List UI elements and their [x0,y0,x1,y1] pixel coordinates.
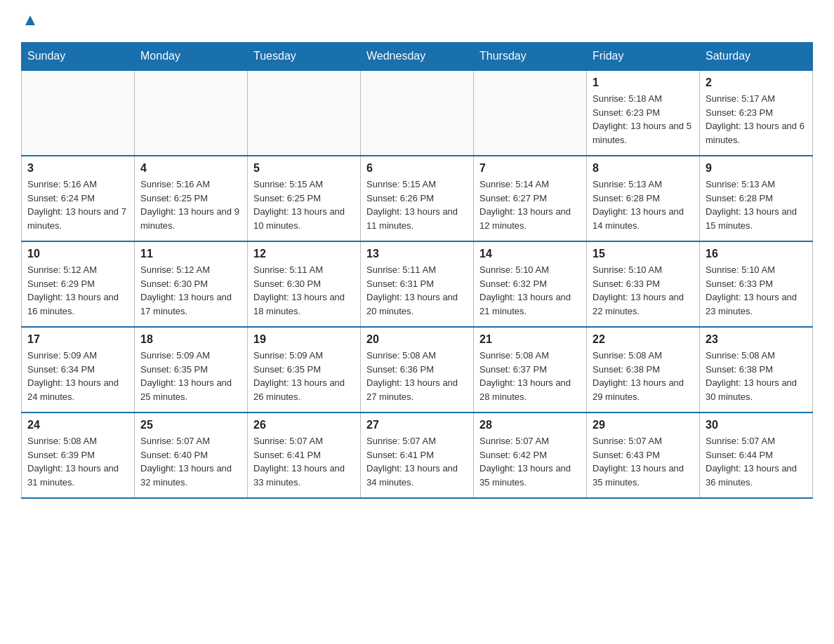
calendar-cell: 12Sunrise: 5:11 AMSunset: 6:30 PMDayligh… [248,241,361,327]
day-info: Sunrise: 5:14 AMSunset: 6:27 PMDaylight:… [479,177,581,232]
day-number: 24 [27,419,128,431]
calendar-cell: 28Sunrise: 5:07 AMSunset: 6:42 PMDayligh… [474,412,587,498]
day-number: 20 [366,333,468,346]
day-info: Sunrise: 5:17 AMSunset: 6:23 PMDaylight:… [706,92,807,147]
day-info: Sunrise: 5:11 AMSunset: 6:31 PMDaylight:… [366,263,468,318]
day-number: 2 [706,76,807,89]
day-number: 6 [366,162,468,175]
calendar-week-row: 3Sunrise: 5:16 AMSunset: 6:24 PMDaylight… [22,156,813,241]
day-number: 1 [593,76,694,89]
day-number: 8 [593,162,694,175]
calendar-cell [474,70,587,156]
calendar-cell: 15Sunrise: 5:10 AMSunset: 6:33 PMDayligh… [587,241,700,327]
calendar-cell: 29Sunrise: 5:07 AMSunset: 6:43 PMDayligh… [587,412,700,498]
calendar-week-row: 24Sunrise: 5:08 AMSunset: 6:39 PMDayligh… [22,412,813,498]
day-info: Sunrise: 5:12 AMSunset: 6:30 PMDaylight:… [140,263,241,318]
calendar-cell: 21Sunrise: 5:08 AMSunset: 6:37 PMDayligh… [474,327,587,412]
day-info: Sunrise: 5:11 AMSunset: 6:30 PMDaylight:… [253,263,355,318]
day-info: Sunrise: 5:09 AMSunset: 6:35 PMDaylight:… [253,349,355,403]
day-number: 28 [479,419,581,431]
calendar-cell [135,70,248,156]
weekday-header-thursday: Thursday [474,43,587,71]
calendar-cell: 2Sunrise: 5:17 AMSunset: 6:23 PMDaylight… [700,70,813,156]
day-info: Sunrise: 5:08 AMSunset: 6:38 PMDaylight:… [593,349,694,403]
day-number: 21 [479,333,581,346]
calendar-cell: 14Sunrise: 5:10 AMSunset: 6:32 PMDayligh… [474,241,587,327]
day-number: 10 [27,248,128,260]
calendar-cell [361,70,474,156]
calendar-table: SundayMondayTuesdayWednesdayThursdayFrid… [21,42,813,499]
day-info: Sunrise: 5:07 AMSunset: 6:41 PMDaylight:… [253,434,355,489]
calendar-week-row: 17Sunrise: 5:09 AMSunset: 6:34 PMDayligh… [22,327,813,412]
calendar-cell: 19Sunrise: 5:09 AMSunset: 6:35 PMDayligh… [248,327,361,412]
calendar-cell: 4Sunrise: 5:16 AMSunset: 6:25 PMDaylight… [135,156,248,241]
logo-triangle-icon [22,13,38,28]
day-number: 3 [27,162,128,175]
calendar-cell: 1Sunrise: 5:18 AMSunset: 6:23 PMDaylight… [587,70,700,156]
day-info: Sunrise: 5:08 AMSunset: 6:36 PMDaylight:… [366,349,468,403]
calendar-cell: 13Sunrise: 5:11 AMSunset: 6:31 PMDayligh… [361,241,474,327]
weekday-header-tuesday: Tuesday [248,43,361,71]
calendar-cell: 9Sunrise: 5:13 AMSunset: 6:28 PMDaylight… [700,156,813,241]
weekday-header-saturday: Saturday [700,43,813,71]
calendar-cell: 26Sunrise: 5:07 AMSunset: 6:41 PMDayligh… [248,412,361,498]
page-header [21,14,813,28]
day-number: 17 [27,333,128,346]
calendar-cell: 6Sunrise: 5:15 AMSunset: 6:26 PMDaylight… [361,156,474,241]
day-number: 29 [593,419,694,431]
day-number: 16 [706,248,807,260]
day-info: Sunrise: 5:08 AMSunset: 6:38 PMDaylight:… [706,349,807,403]
calendar-cell: 24Sunrise: 5:08 AMSunset: 6:39 PMDayligh… [22,412,135,498]
calendar-cell [248,70,361,156]
day-info: Sunrise: 5:07 AMSunset: 6:41 PMDaylight:… [366,434,468,489]
day-number: 7 [479,162,581,175]
day-info: Sunrise: 5:10 AMSunset: 6:33 PMDaylight:… [593,263,694,318]
weekday-header-wednesday: Wednesday [361,43,474,71]
day-info: Sunrise: 5:18 AMSunset: 6:23 PMDaylight:… [593,92,694,147]
weekday-header-row: SundayMondayTuesdayWednesdayThursdayFrid… [22,43,813,71]
calendar-cell: 27Sunrise: 5:07 AMSunset: 6:41 PMDayligh… [361,412,474,498]
calendar-cell: 30Sunrise: 5:07 AMSunset: 6:44 PMDayligh… [700,412,813,498]
calendar-cell: 7Sunrise: 5:14 AMSunset: 6:27 PMDaylight… [474,156,587,241]
day-number: 18 [140,333,241,346]
calendar-week-row: 10Sunrise: 5:12 AMSunset: 6:29 PMDayligh… [22,241,813,327]
day-info: Sunrise: 5:13 AMSunset: 6:28 PMDaylight:… [593,177,694,232]
day-info: Sunrise: 5:16 AMSunset: 6:24 PMDaylight:… [27,177,128,232]
calendar-cell: 23Sunrise: 5:08 AMSunset: 6:38 PMDayligh… [700,327,813,412]
day-info: Sunrise: 5:09 AMSunset: 6:34 PMDaylight:… [27,349,128,403]
calendar-cell: 8Sunrise: 5:13 AMSunset: 6:28 PMDaylight… [587,156,700,241]
day-info: Sunrise: 5:07 AMSunset: 6:44 PMDaylight:… [706,434,807,489]
day-number: 30 [706,419,807,431]
day-number: 25 [140,419,241,431]
day-number: 11 [140,248,241,260]
day-number: 13 [366,248,468,260]
calendar-cell: 20Sunrise: 5:08 AMSunset: 6:36 PMDayligh… [361,327,474,412]
day-info: Sunrise: 5:07 AMSunset: 6:43 PMDaylight:… [593,434,694,489]
day-info: Sunrise: 5:07 AMSunset: 6:42 PMDaylight:… [479,434,581,489]
day-info: Sunrise: 5:10 AMSunset: 6:33 PMDaylight:… [706,263,807,318]
day-info: Sunrise: 5:12 AMSunset: 6:29 PMDaylight:… [27,263,128,318]
weekday-header-monday: Monday [135,43,248,71]
day-info: Sunrise: 5:07 AMSunset: 6:40 PMDaylight:… [140,434,241,489]
day-info: Sunrise: 5:15 AMSunset: 6:25 PMDaylight:… [253,177,355,232]
day-info: Sunrise: 5:09 AMSunset: 6:35 PMDaylight:… [140,349,241,403]
calendar-week-row: 1Sunrise: 5:18 AMSunset: 6:23 PMDaylight… [22,70,813,156]
day-number: 26 [253,419,355,431]
day-number: 9 [706,162,807,175]
calendar-cell: 3Sunrise: 5:16 AMSunset: 6:24 PMDaylight… [22,156,135,241]
day-info: Sunrise: 5:08 AMSunset: 6:37 PMDaylight:… [479,349,581,403]
day-number: 22 [593,333,694,346]
day-number: 4 [140,162,241,175]
calendar-cell: 18Sunrise: 5:09 AMSunset: 6:35 PMDayligh… [135,327,248,412]
calendar-cell: 25Sunrise: 5:07 AMSunset: 6:40 PMDayligh… [135,412,248,498]
day-info: Sunrise: 5:15 AMSunset: 6:26 PMDaylight:… [366,177,468,232]
weekday-header-friday: Friday [587,43,700,71]
calendar-cell [22,70,135,156]
day-number: 12 [253,248,355,260]
day-info: Sunrise: 5:13 AMSunset: 6:28 PMDaylight:… [706,177,807,232]
day-number: 27 [366,419,468,431]
day-number: 14 [479,248,581,260]
calendar-cell: 10Sunrise: 5:12 AMSunset: 6:29 PMDayligh… [22,241,135,327]
day-info: Sunrise: 5:08 AMSunset: 6:39 PMDaylight:… [27,434,128,489]
calendar-cell: 16Sunrise: 5:10 AMSunset: 6:33 PMDayligh… [700,241,813,327]
